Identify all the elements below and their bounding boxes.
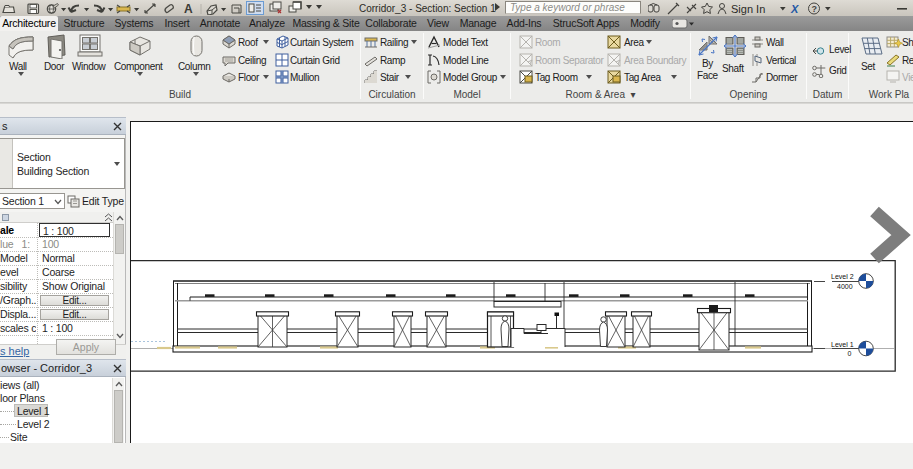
svg-text:4000: 4000: [837, 283, 853, 290]
svg-text:Level 2: Level 2: [831, 273, 854, 280]
svg-text:A: A: [184, 2, 193, 15]
svg-text:Level 1: Level 1: [831, 341, 854, 348]
svg-text:0: 0: [848, 350, 852, 357]
svg-text:X: X: [790, 3, 799, 15]
svg-text:Sign In: Sign In: [731, 3, 765, 15]
svg-text:?: ?: [811, 4, 817, 14]
